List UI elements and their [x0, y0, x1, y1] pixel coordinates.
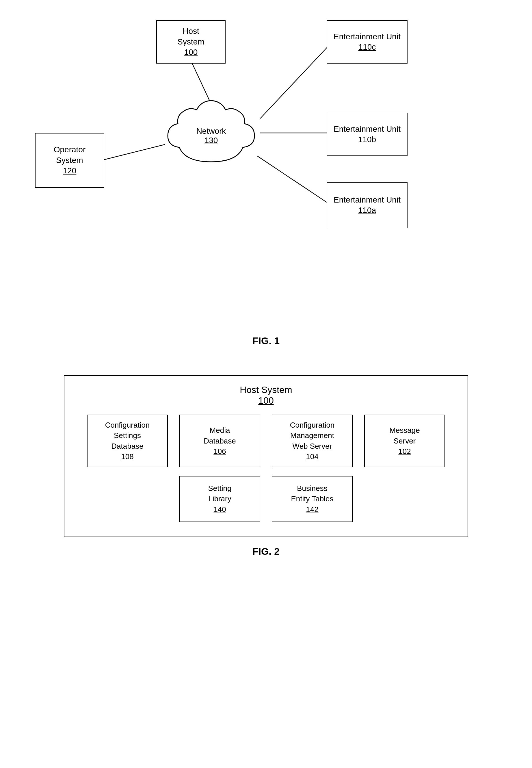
config-settings-db-ref: 108 — [121, 451, 133, 462]
fig2-caption: FIG. 2 — [23, 546, 509, 557]
host-system-ref: 100 — [184, 47, 198, 57]
message-server-ref: 102 — [398, 446, 411, 457]
setting-library-label: SettingLibrary — [208, 483, 232, 504]
entertainment-a-ref: 110a — [358, 205, 376, 215]
media-database-label: MediaDatabase — [204, 425, 236, 446]
host-system-label: Host System — [177, 26, 204, 47]
message-server-box: MessageServer 102 — [364, 415, 445, 467]
network-cloud: Network 130 — [162, 92, 260, 173]
media-database-box: MediaDatabase 106 — [179, 415, 260, 467]
svg-line-2 — [260, 45, 330, 118]
network-label: Network 130 — [196, 127, 226, 145]
entertainment-a-box: Entertainment Unit 110a — [327, 182, 408, 228]
business-entity-tables-box: BusinessEntity Tables 142 — [272, 476, 353, 522]
config-mgmt-webserver-label: ConfigurationManagementWeb Server — [290, 420, 335, 451]
entertainment-c-box: Entertainment Unit 110c — [327, 20, 408, 64]
config-mgmt-webserver-ref: 104 — [306, 451, 318, 462]
operator-label: OperatorSystem — [54, 144, 86, 165]
media-database-ref: 106 — [213, 446, 226, 457]
entertainment-c-label: Entertainment Unit — [334, 31, 401, 42]
fig2-row1: ConfigurationSettingsDatabase 108 MediaD… — [76, 415, 456, 467]
business-entity-tables-ref: 142 — [306, 504, 318, 515]
setting-library-ref: 140 — [213, 504, 226, 515]
config-settings-db-label: ConfigurationSettingsDatabase — [105, 420, 150, 451]
entertainment-a-label: Entertainment Unit — [334, 195, 401, 205]
fig2-outer-box: Host System 100 ConfigurationSettingsDat… — [64, 375, 468, 537]
entertainment-b-ref: 110b — [358, 134, 376, 145]
fig1-caption: FIG. 1 — [23, 335, 509, 346]
host-system-box: Host System 100 — [156, 20, 226, 64]
business-entity-tables-label: BusinessEntity Tables — [291, 483, 334, 504]
fig1-diagram: Host System 100 OperatorSystem 120 Netwo… — [23, 12, 509, 329]
fig2-row2: SettingLibrary 140 BusinessEntity Tables… — [76, 476, 456, 522]
operator-ref: 120 — [63, 165, 77, 176]
entertainment-b-label: Entertainment Unit — [334, 124, 401, 134]
entertainment-c-ref: 110c — [358, 42, 376, 52]
config-mgmt-webserver-box: ConfigurationManagementWeb Server 104 — [272, 415, 353, 467]
config-settings-db-box: ConfigurationSettingsDatabase 108 — [87, 415, 168, 467]
svg-line-1 — [101, 144, 165, 160]
entertainment-b-box: Entertainment Unit 110b — [327, 113, 408, 156]
page: Host System 100 OperatorSystem 120 Netwo… — [0, 0, 532, 569]
svg-line-4 — [257, 156, 327, 202]
operator-system-box: OperatorSystem 120 — [35, 133, 104, 188]
fig2-host-title: Host System 100 — [76, 385, 456, 406]
fig2-wrapper: Host System 100 ConfigurationSettingsDat… — [23, 375, 509, 557]
setting-library-box: SettingLibrary 140 — [179, 476, 260, 522]
message-server-label: MessageServer — [389, 425, 420, 446]
